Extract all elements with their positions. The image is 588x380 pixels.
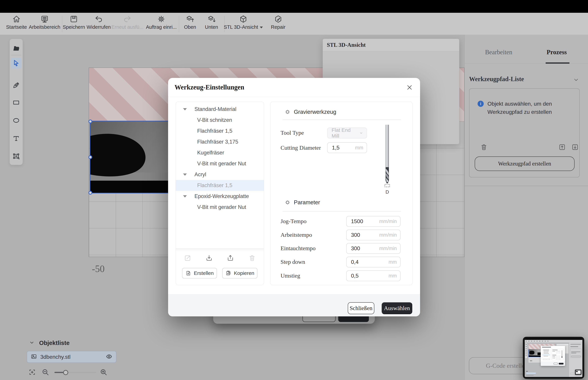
pip-screen [525,339,582,377]
tool-list-panel: Standard-Material V-Bit schnitzen Flachf… [176,102,264,285]
edit-icon [184,254,191,262]
cutting-diameter-label: Cutting Diameter [281,145,321,151]
unit-label: mm [355,145,363,151]
tree-item[interactable]: V-Bit schnitzen [176,115,264,126]
diameter-marker-label: D [385,189,389,195]
create-tool-button[interactable]: Erstellen [182,268,217,278]
unit-label: mm [389,273,397,279]
step-down-input[interactable] [351,259,371,265]
unit-label: mm/min [379,232,397,238]
tree-item-selected[interactable]: Flachfräser 1,5 [176,180,264,191]
tree-item[interactable]: V-Bit mit gerader Nut [176,202,264,213]
close-dialog-button[interactable]: Schließen [348,302,374,314]
tool-type-label: Tool Type [281,130,304,136]
app-window: Startseite Arbeitsbereich Speichern Wide… [0,0,588,380]
copy-tool-button[interactable]: Kopieren [222,268,257,278]
step-down-field[interactable]: mm [346,257,400,267]
plunge-speed-input[interactable] [351,245,371,252]
close-icon [406,84,413,91]
pip-window[interactable] [523,337,584,379]
tool-type-select: Flat End Mill [327,128,367,138]
tool-detail-panel: Gravierwerkzeug Tool Type Flat End Mill … [270,102,413,285]
tree-item[interactable]: Flachfräser 1,5 [176,126,264,136]
jog-speed-input[interactable] [351,218,371,225]
plunge-speed-label: Eintauchtempo [281,245,316,252]
copy-icon [225,270,231,276]
pip-mini-palette [525,343,527,358]
unit-label: mm/min [379,219,397,224]
close-button[interactable] [406,84,413,91]
tree-group-epoxid-werkzeugplatte[interactable]: Epoxid-Werkzeugplatte [176,191,264,202]
unit-label: mm [389,259,397,265]
engrave-section-header: Gravierwerkzeug [285,109,336,115]
tool-delete-button [248,254,256,262]
pip-mini-dialog [541,346,565,366]
tree-item[interactable]: V-Bit mit gerader Nut [176,158,264,169]
list-footer-fade [176,248,264,252]
section-divider [283,211,401,211]
pip-mini-nested-pip [575,370,581,375]
caret-down-icon [183,108,187,110]
caret-down-icon [183,173,187,176]
trash-icon [248,254,256,262]
parameter-section-header: Parameter [285,199,320,206]
gear-icon [285,109,290,115]
tool-import-button[interactable] [205,254,213,262]
unit-label: mm/min [379,246,397,251]
step-down-label: Step down [281,259,305,265]
pip-mini-titlebar [525,339,582,340]
jog-speed-label: Jog-Tempo [281,218,307,225]
tool-settings-dialog: Werkzeug-Einstellungen Standard-Material… [168,78,420,316]
tree-item[interactable]: Flachfräser 3,175 [176,136,264,147]
stepover-field[interactable]: mm [346,270,400,281]
gear-icon [285,200,290,205]
stepover-input[interactable] [351,273,371,279]
select-tool-confirm-button[interactable]: Auswählen [382,302,412,314]
file-plus-icon [185,270,191,276]
dialog-footer: Schließen Auswählen [168,294,420,316]
tree-item[interactable]: Kugelfräser [176,147,264,158]
work-speed-input[interactable] [351,232,371,238]
cutting-diameter-input[interactable] [332,145,352,151]
window-titlebar [0,0,588,13]
pip-mini-objectlist [526,371,528,372]
stepover-label: Umstieg [281,272,300,279]
cutting-diameter-field[interactable]: mm [327,142,367,153]
chevron-down-icon [359,131,363,135]
end-mill-preview: D [382,124,393,188]
pip-mini-toolbar [525,340,582,342]
import-icon [205,254,213,262]
caret-down-icon [183,195,187,197]
tree-group-standard-material[interactable]: Standard-Material [176,104,264,115]
work-speed-field[interactable]: mm/min [346,230,400,240]
plunge-speed-field[interactable]: mm/min [346,243,400,254]
tool-edit-button [184,254,191,262]
work-speed-label: Arbeitstempo [281,232,312,238]
dialog-title: Werkzeug-Einstellungen [174,83,244,91]
jog-speed-field[interactable]: mm/min [346,216,400,227]
section-divider [283,120,401,120]
tool-export-button[interactable] [227,254,234,262]
tree-group-acryl[interactable]: Acryl [176,169,264,180]
export-icon [227,254,234,262]
